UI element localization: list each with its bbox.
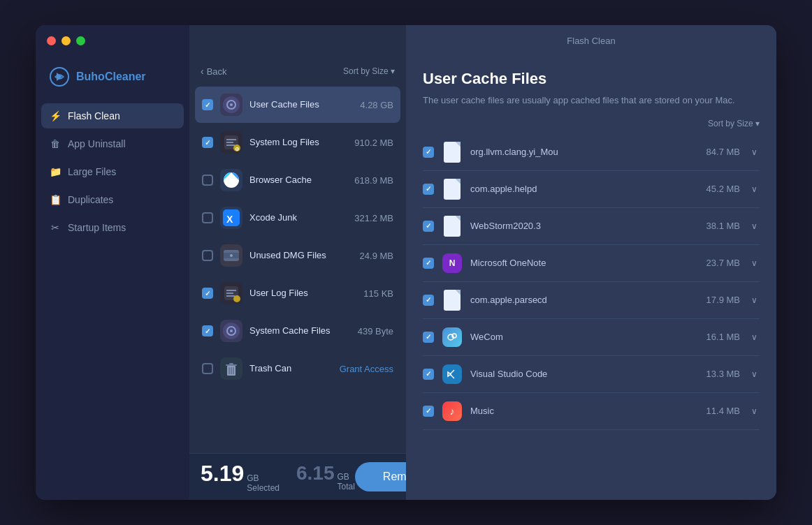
checkbox-user-cache[interactable] — [202, 99, 213, 110]
vscode-app-icon — [442, 364, 462, 384]
logo-text: BuhoCleaner — [76, 71, 146, 83]
list-item[interactable]: ♪ Music 11.4 MB ∨ — [423, 393, 760, 430]
list-item[interactable]: Visual Studio Code 13.3 MB ∨ — [423, 356, 760, 393]
file-icon-parsecd — [442, 289, 462, 311]
selected-unit: GB — [247, 473, 280, 483]
expand-icon-music[interactable]: ∨ — [748, 406, 760, 417]
expand-icon-helpd[interactable]: ∨ — [748, 184, 760, 195]
sort-by-size-button[interactable]: Sort by Size ▾ — [343, 66, 395, 76]
minimize-dot[interactable] — [61, 36, 71, 45]
file-icon-llvm — [442, 141, 462, 163]
checkbox-unused-dmg[interactable] — [202, 250, 213, 261]
list-item[interactable]: Trash Can Grant Access — [195, 350, 400, 387]
file-name-xcode-junk: Xcode Junk — [249, 212, 297, 223]
logo-icon — [50, 67, 69, 87]
sidebar-item-app-uninstall[interactable]: 🗑 App Uninstall — [41, 131, 184, 156]
checkbox-system-cache[interactable] — [202, 325, 213, 337]
section-description: The user cache files are usually app cac… — [423, 94, 760, 108]
total-unit-label: GB Total — [337, 472, 354, 491]
expand-icon-parsecd[interactable]: ∨ — [748, 295, 760, 306]
cache-size-webstorm: 38.1 MB — [706, 221, 740, 231]
section-title: User Cache Files — [423, 70, 760, 88]
expand-icon-llvm[interactable]: ∨ — [748, 147, 760, 158]
list-item[interactable]: System Cache Files 439 Byte — [195, 313, 400, 349]
sidebar-item-duplicates[interactable]: 📋 Duplicates — [41, 187, 184, 212]
cache-size-helpd: 45.2 MB — [706, 184, 740, 194]
list-item[interactable]: Browser Cache 618.9 MB — [195, 162, 400, 198]
total-label: Total — [337, 482, 354, 491]
svg-point-16 — [230, 254, 233, 257]
list-item[interactable]: com.apple.helpd 45.2 MB ∨ — [423, 171, 760, 208]
list-item[interactable]: X Xcode Junk 321.2 MB — [195, 200, 400, 236]
checkbox-wecom[interactable] — [423, 332, 434, 343]
list-item[interactable]: User Log Files 115 KB — [195, 275, 400, 311]
checkbox-system-log[interactable] — [202, 137, 213, 148]
file-icon-music: ♪ — [442, 400, 462, 422]
file-size-xcode-junk: 321.2 MB — [354, 213, 393, 223]
cache-size-llvm: 84.7 MB — [706, 147, 740, 157]
sidebar-item-label-large-files: Large Files — [68, 166, 116, 177]
back-button[interactable]: ‹ Back — [201, 66, 227, 77]
right-sort-row: Sort by Size ▾ — [423, 119, 760, 128]
checkbox-trash-can[interactable] — [202, 363, 213, 374]
checkbox-helpd[interactable] — [423, 184, 434, 195]
selected-unit-label: GB Selected — [247, 473, 280, 493]
expand-icon-onenote[interactable]: ∨ — [748, 258, 760, 269]
maximize-dot[interactable] — [76, 36, 85, 45]
grant-access-button[interactable]: Grant Access — [340, 364, 393, 374]
checkbox-xcode-junk[interactable] — [202, 212, 213, 223]
list-item[interactable]: com.apple.parsecd 17.9 MB ∨ — [423, 282, 760, 319]
expand-icon-webstorm[interactable]: ∨ — [748, 221, 760, 232]
total-number: 6.15 — [296, 462, 335, 485]
middle-header: ‹ Back Sort by Size ▾ — [189, 56, 406, 84]
sidebar-item-startup-items[interactable]: ✂ Startup Items — [41, 215, 184, 240]
checkbox-onenote[interactable] — [423, 258, 434, 269]
expand-icon-wecom[interactable]: ∨ — [748, 332, 760, 343]
list-item[interactable]: WebStorm2020.3 38.1 MB ∨ — [423, 208, 760, 245]
cache-name-parsecd: com.apple.parsecd — [470, 295, 698, 305]
doc-icon — [444, 290, 461, 311]
cache-name-helpd: com.apple.helpd — [470, 184, 698, 194]
svg-point-11 — [229, 177, 234, 183]
large-files-icon: 📁 — [50, 166, 61, 177]
cache-name-llvm: org.llvm.clang.yi_Mou — [470, 147, 698, 157]
checkbox-browser-cache[interactable] — [202, 175, 213, 186]
checkbox-llvm[interactable] — [423, 147, 434, 158]
expand-icon-vscode[interactable]: ∨ — [748, 369, 760, 380]
sidebar-item-label-duplicates: Duplicates — [68, 194, 113, 205]
svg-rect-27 — [229, 363, 233, 364]
middle-panel: ‹ Back Sort by Size ▾ User Cache Files 4… — [189, 25, 406, 500]
doc-icon — [444, 142, 461, 163]
file-name-browser-cache: Browser Cache — [249, 175, 312, 185]
list-item[interactable]: ⚙ System Log Files 910.2 MB — [195, 124, 400, 161]
checkbox-user-log[interactable] — [202, 288, 213, 299]
startup-items-icon: ✂ — [50, 222, 61, 233]
file-size-browser-cache: 618.9 MB — [354, 175, 393, 186]
list-item[interactable]: User Cache Files 4.28 GB — [195, 87, 400, 123]
sidebar-item-large-files[interactable]: 📁 Large Files — [41, 159, 184, 184]
file-name-system-log: System Log Files — [249, 137, 319, 147]
sidebar-item-label-flash-clean: Flash Clean — [68, 110, 120, 121]
cache-size-onenote: 23.7 MB — [706, 258, 740, 268]
file-icon-trash-can — [220, 357, 242, 380]
file-icon-vscode — [442, 363, 462, 385]
list-item[interactable]: WeCom 16.1 MB ∨ — [423, 319, 760, 356]
sidebar-nav: ⚡ Flash Clean 🗑 App Uninstall 📁 Large Fi… — [36, 103, 189, 240]
right-titlebar: Flash Clean — [406, 25, 776, 56]
close-dot[interactable] — [47, 36, 56, 45]
logo-area: BuhoCleaner — [36, 56, 189, 103]
file-name-trash-can: Trash Can — [249, 363, 291, 374]
checkbox-webstorm[interactable] — [423, 221, 434, 232]
list-item[interactable]: N Microsoft OneNote 23.7 MB ∨ — [423, 245, 760, 282]
checkbox-music[interactable] — [423, 406, 434, 417]
svg-rect-5 — [226, 139, 236, 140]
right-sort-button[interactable]: Sort by Size ▾ — [708, 119, 760, 128]
list-item[interactable]: Unused DMG Files 24.9 MB — [195, 237, 400, 274]
right-title: Flash Clean — [567, 36, 615, 46]
cache-size-parsecd: 17.9 MB — [706, 295, 740, 305]
back-chevron-icon: ‹ — [201, 66, 204, 77]
list-item[interactable]: org.llvm.clang.yi_Mou 84.7 MB ∨ — [423, 134, 760, 171]
checkbox-vscode[interactable] — [423, 369, 434, 380]
sidebar-item-flash-clean[interactable]: ⚡ Flash Clean — [41, 103, 184, 128]
checkbox-parsecd[interactable] — [423, 295, 434, 306]
